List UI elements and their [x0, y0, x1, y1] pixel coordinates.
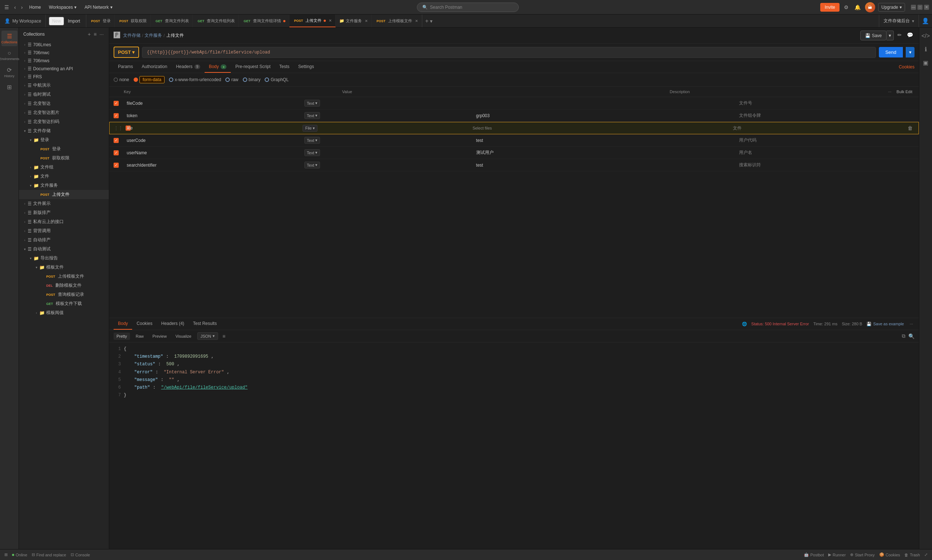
collection-beibian-scan[interactable]: › ☰ 北变智达扫码	[19, 117, 109, 126]
workspaces-button[interactable]: Workspaces ▾	[46, 3, 79, 11]
save-split-button[interactable]: ▾	[886, 31, 894, 40]
tab-get-groupdetail[interactable]: GET 查询文件组详情	[239, 15, 290, 27]
tab-get-grouplist[interactable]: GET 查询文件组列表	[193, 15, 239, 27]
find-replace-button[interactable]: ⊟ Find and replace	[32, 552, 66, 557]
tab-tests[interactable]: Tests	[275, 61, 294, 73]
add-collection-icon[interactable]: +	[87, 31, 91, 38]
folder-fileservice[interactable]: ▾ 📁 文件服务	[19, 181, 109, 190]
code-icon[interactable]: </>	[919, 31, 932, 42]
option-none[interactable]: none	[114, 77, 129, 82]
more-options-icon[interactable]: ···	[908, 322, 915, 326]
type-select-searchidentifier[interactable]: Text ▾	[304, 162, 320, 168]
tab-get-filelist[interactable]: GET 查询文件列表	[151, 15, 193, 27]
sidebar-item-history[interactable]: ⟳ History	[2, 65, 17, 80]
type-select-token[interactable]: Text ▾	[304, 112, 320, 119]
upgrade-button[interactable]: Upgrade ▾	[878, 3, 905, 12]
postbot-button[interactable]: 🤖 Postbot	[804, 552, 824, 557]
type-select-usercode[interactable]: Text ▾	[304, 137, 320, 144]
delete-file-row[interactable]: 🗑	[906, 125, 914, 131]
resp-tab-headers[interactable]: Headers (4)	[157, 318, 189, 330]
person-icon[interactable]: 👤	[922, 17, 929, 25]
folder-filegroup[interactable]: › 📁 文件组	[19, 163, 109, 172]
cookies-bottom-button[interactable]: 🍪 Cookies	[879, 552, 900, 557]
save-button[interactable]: 💾 Save	[860, 31, 886, 40]
tab-body[interactable]: Body ●	[205, 61, 231, 73]
breadcrumb-root[interactable]: 文件存储	[123, 32, 140, 38]
format-settings-icon[interactable]: ≡	[222, 333, 225, 339]
hamburger-icon[interactable]: ☰	[3, 3, 11, 12]
collection-beibian-img[interactable]: › ☰ 北变智达图片	[19, 108, 109, 117]
tab-folder-service[interactable]: 📁 文件服务 ✕	[336, 15, 372, 27]
send-button[interactable]: Send	[879, 47, 903, 57]
import-button[interactable]: Import	[65, 17, 83, 25]
collection-private[interactable]: › ☰ 私有云上的接口	[19, 217, 109, 226]
key-token[interactable]: token	[124, 113, 302, 118]
collection-newversion[interactable]: › ☰ 新版排产	[19, 208, 109, 217]
collection-706mwc[interactable]: › ☰ 706mwc	[19, 49, 109, 57]
option-graphql[interactable]: GraphQL	[265, 77, 288, 82]
drag-handle-icon[interactable]: ⋮⋮	[114, 126, 123, 131]
collection-autoplan[interactable]: › ☰ 自动排产	[19, 235, 109, 245]
option-raw[interactable]: raw	[225, 77, 238, 82]
info-icon[interactable]: ℹ	[923, 44, 929, 55]
sidebar-item-collections[interactable]: ☰ Collections	[2, 31, 17, 46]
send-split-button[interactable]: ▾	[906, 47, 915, 57]
resp-tab-cookies[interactable]: Cookies	[132, 318, 157, 330]
request-post-auth[interactable]: POST 获取权限	[19, 154, 109, 163]
checkbox-token[interactable]: ✓	[114, 113, 119, 118]
cookies-link[interactable]: Cookies	[899, 65, 915, 69]
dropdown-icon[interactable]: ▾	[912, 18, 914, 24]
edit-icon[interactable]: ✏	[896, 31, 903, 40]
value-username[interactable]: 测试用户	[475, 149, 736, 156]
request-post-login[interactable]: POST 登录	[19, 145, 109, 154]
comment-icon[interactable]: 💬	[906, 31, 915, 40]
search-input[interactable]: 🔍 Search Postman	[417, 3, 519, 12]
forward-icon[interactable]: ›	[20, 3, 25, 12]
close-tab-icon[interactable]: ✕	[329, 18, 332, 23]
key-username[interactable]: userName	[124, 150, 302, 155]
collection-beibian[interactable]: › ☰ 北变智达	[19, 99, 109, 108]
value-file[interactable]: Select files	[471, 126, 730, 131]
value-searchidentifier[interactable]: test	[475, 163, 736, 168]
folder-file[interactable]: › 📁 文件	[19, 172, 109, 181]
copy-response-icon[interactable]: ⧉	[902, 333, 906, 339]
type-select-file[interactable]: File ▾	[302, 125, 317, 132]
collection-documenting[interactable]: › ☰ Documenting an API	[19, 65, 109, 73]
collection-706mws[interactable]: › ☰ 706mws	[19, 57, 109, 65]
runner-button[interactable]: ▶ Runner	[828, 552, 846, 557]
request-del-template[interactable]: DEL 删除模板文件	[19, 281, 109, 290]
invite-button[interactable]: Invite	[820, 3, 840, 12]
checkbox-usercode[interactable]: ✓	[114, 138, 119, 143]
fmt-tab-pretty[interactable]: Pretty	[114, 332, 130, 340]
console-button[interactable]: ⊡ Console	[71, 552, 90, 557]
maximize-button[interactable]: □	[917, 5, 923, 10]
tabs-more-icon[interactable]: ▾	[430, 18, 433, 24]
checkbox-filecode[interactable]: ✓	[114, 101, 119, 106]
tab-post-template[interactable]: POST 上传模板文件 ✕	[372, 15, 422, 27]
tab-pre-request[interactable]: Pre-request Script	[231, 61, 275, 73]
close-tab-icon[interactable]: ✕	[415, 19, 418, 23]
start-proxy-button[interactable]: ⊕ Start Proxy	[850, 552, 875, 557]
collection-filestorage[interactable]: ▾ ☰ 文件存储	[19, 126, 109, 135]
fmt-tab-visualize[interactable]: Visualize	[173, 332, 194, 340]
close-tab-icon[interactable]: ✕	[365, 19, 368, 23]
option-urlencoded[interactable]: x-www-form-urlencoded	[169, 77, 221, 82]
format-select[interactable]: JSON ▾	[197, 332, 218, 340]
url-input[interactable]	[142, 47, 876, 58]
collection-background[interactable]: › ☰ 背营调用	[19, 226, 109, 235]
key-usercode[interactable]: userCode	[124, 138, 302, 143]
add-tab-icon[interactable]: +	[425, 18, 428, 25]
bulk-edit-button[interactable]: Bulk Edit	[895, 89, 915, 95]
bootcamp-item[interactable]: ⊞	[5, 552, 8, 557]
tab-settings[interactable]: Settings	[294, 61, 318, 73]
type-select-username[interactable]: Text ▾	[304, 149, 320, 156]
collection-linshi[interactable]: › ☰ 临时测试	[19, 90, 109, 99]
collection-fileshowcase[interactable]: › ☰ 文件展示	[19, 199, 109, 208]
search-response-icon[interactable]: 🔍	[908, 333, 915, 339]
new-button[interactable]: New	[49, 17, 64, 25]
sidebar-item-environments[interactable]: ○ Environments	[2, 48, 17, 63]
resp-tab-test-results[interactable]: Test Results	[189, 318, 221, 330]
fmt-tab-raw[interactable]: Raw	[133, 332, 147, 340]
save-example-button[interactable]: 💾 Save as example	[866, 322, 904, 326]
collection-autotest[interactable]: ▾ ☰ 自动测试	[19, 245, 109, 254]
